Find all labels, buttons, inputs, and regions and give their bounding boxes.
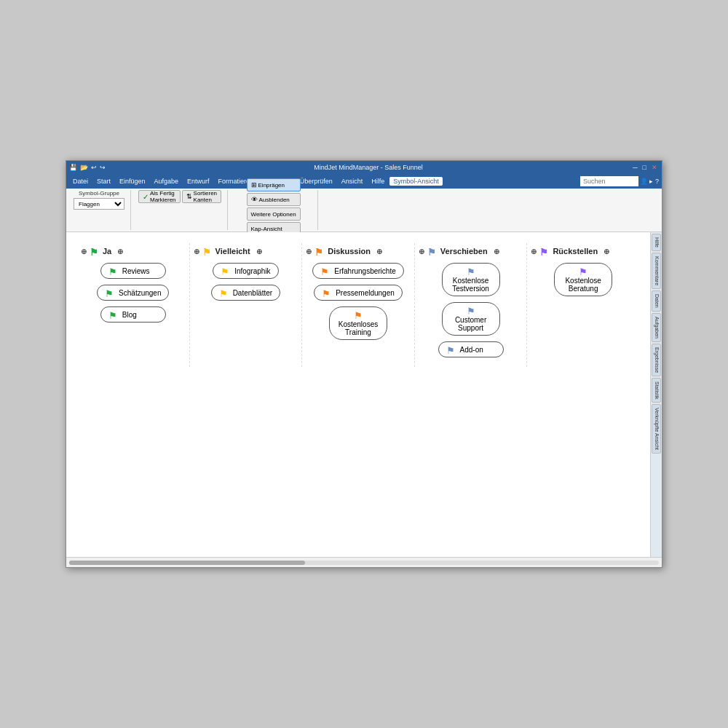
flag-verschieben-icon <box>427 247 438 256</box>
node-pressemeldungen[interactable]: Pressemeldungen <box>314 285 403 301</box>
weitere-label: Weitere Optionen <box>251 211 296 218</box>
quick-redo-icon[interactable]: ↪ <box>100 164 106 171</box>
search-input[interactable] <box>580 176 638 186</box>
column-ruckstellen-header: ⊕ Rückstellen ⊕ <box>531 247 636 256</box>
flag-blog-icon <box>108 310 119 319</box>
sidebar-tab-aufgaben[interactable]: Aufgaben <box>652 313 661 342</box>
node-kostenlose-beratung-label: KostenloseBeratung <box>565 277 601 293</box>
zweig-buttons: ⊞ Einprägen 👁 Ausblenden Weitere Optione… <box>247 178 301 235</box>
ausblenden-button[interactable]: 👁 Ausblenden <box>247 193 301 206</box>
close-button[interactable]: ✕ <box>650 164 659 171</box>
col-ja-plus-right[interactable]: ⊕ <box>117 248 123 256</box>
node-customer-support[interactable]: CustomerSupport <box>442 302 500 336</box>
col-verschieben-plus[interactable]: ⊕ <box>419 248 424 256</box>
column-verschieben-header: ⊕ Verschieben ⊕ <box>419 247 523 256</box>
node-addon-label: Add-on <box>460 346 483 354</box>
sortieren-button[interactable]: ⇅ SortierenKanten <box>182 190 221 203</box>
flag-ruckstellen-icon <box>539 247 550 256</box>
toolbar-row-1: ✓ Als FertigMarkieren ⇅ SortierenKanten <box>138 190 221 203</box>
node-kostenlose-beratung[interactable]: KostenloseBeratung <box>554 263 612 296</box>
symbol-gruppe-label: Symbol-Gruppe <box>79 190 119 197</box>
quick-save-icon[interactable]: 💾 <box>69 164 77 171</box>
flag-infographik-icon <box>221 266 231 275</box>
sidebar-tab-ergebnisse[interactable]: Ergebnisse <box>652 344 661 376</box>
flag-reviews-icon <box>108 266 119 275</box>
ausblenden-icon: 👁 <box>251 196 258 203</box>
column-diskussion-header: ⊕ Diskussion ⊕ <box>306 247 411 256</box>
einpragen-label: Einprägen <box>258 182 285 189</box>
als-fertig-button[interactable]: ✓ Als FertigMarkieren <box>138 190 181 203</box>
column-diskussion: ⊕ Diskussion ⊕ Erfahrungsberichte Presse… <box>302 243 415 367</box>
maximize-button[interactable]: □ <box>641 164 648 171</box>
column-verschieben: ⊕ Verschieben ⊕ KostenloseTestversion Cu… <box>415 243 528 367</box>
weitere-button[interactable]: Weitere Optionen <box>247 207 301 221</box>
menu-symbol-ansicht[interactable]: Symbol-Ansicht <box>389 177 443 186</box>
window-title: MindJet MindManager - Sales Funnel <box>108 164 628 171</box>
sort-icon: ⇅ <box>186 193 192 200</box>
minimize-button[interactable]: ─ <box>631 164 638 171</box>
node-addon[interactable]: Add-on <box>438 341 504 357</box>
node-kostenlose-testversion[interactable]: KostenloseTestversion <box>442 263 500 296</box>
col-ja-plus[interactable]: ⊕ <box>81 248 87 256</box>
node-infographik[interactable]: Infographik <box>213 263 278 279</box>
menu-uberprüfen[interactable]: Überprüfen <box>296 177 336 186</box>
col-ruckstellen-plus[interactable]: ⊕ <box>531 248 537 256</box>
content-area: ⊕ Ja ⊕ Reviews Schätzungen <box>66 232 662 557</box>
quick-access-bar: 💾 📂 ↩ ↪ MindJet MindManager - Sales Funn… <box>66 161 662 174</box>
col-ruckstellen-plus-right[interactable]: ⊕ <box>604 248 609 256</box>
menu-entwurf[interactable]: Entwurf <box>183 177 213 186</box>
user-icon: 👤 ▸ ? <box>640 178 659 185</box>
toolbar-group-actions: ✓ Als FertigMarkieren ⇅ SortierenKanten <box>135 190 228 230</box>
node-reviews-label: Reviews <box>122 267 150 275</box>
col-diskussion-plus[interactable]: ⊕ <box>306 248 312 256</box>
col-vielleicht-plus[interactable]: ⊕ <box>194 248 199 256</box>
action-buttons: ✓ Als FertigMarkieren ⇅ SortierenKanten <box>138 190 221 203</box>
menu-einfugen[interactable]: Einfügen <box>116 177 149 186</box>
toolbar-group-symbol: Symbol-Gruppe Flaggen <box>71 190 131 230</box>
flag-customer-support-icon <box>466 306 476 314</box>
columns-container: ⊕ Ja ⊕ Reviews Schätzungen <box>74 240 643 371</box>
toolbar: Symbol-Gruppe Flaggen ✓ Als FertigMarkie… <box>66 189 662 232</box>
column-vielleicht: ⊕ Vielleicht ⊕ Infographik Datenblätter <box>190 243 303 367</box>
sidebar-tab-kommentare[interactable]: Kommentare <box>652 253 661 289</box>
sidebar-tab-daten[interactable]: Daten <box>652 290 661 312</box>
quick-open-icon[interactable]: 📂 <box>80 164 88 171</box>
node-erfahrungsberichte-label: Erfahrungsberichte <box>334 267 396 275</box>
node-infographik-label: Infographik <box>234 267 270 275</box>
menu-datei[interactable]: Datei <box>69 177 92 186</box>
col-diskussion-plus-right[interactable]: ⊕ <box>376 248 382 256</box>
flag-testversion-icon <box>466 266 476 275</box>
ausblenden-label: Ausblenden <box>259 197 290 203</box>
node-reviews[interactable]: Reviews <box>100 263 166 279</box>
node-datenblatter-label: Datenblätter <box>233 289 272 297</box>
flag-addon-icon <box>446 345 456 354</box>
menu-ansicht[interactable]: Ansicht <box>338 177 367 186</box>
flag-ja-icon <box>90 247 100 256</box>
menu-hilfe[interactable]: Hilfe <box>368 177 388 186</box>
sidebar-tab-hilfe[interactable]: Hilfe <box>652 234 661 251</box>
menu-aufgabe[interactable]: Aufgabe <box>151 177 183 186</box>
sidebar-tab-verknupft[interactable]: Verknüpfte Ansicht <box>652 404 661 454</box>
node-kostenloses-training[interactable]: KostenlosesTraining <box>329 306 387 340</box>
node-erfahrungsberichte[interactable]: Erfahrungsberichte <box>312 263 404 279</box>
node-datenblatler[interactable]: Datenblätter <box>211 285 280 301</box>
node-schatzungen[interactable]: Schätzungen <box>97 285 169 301</box>
einpragen-button[interactable]: ⊞ Einprägen <box>247 178 301 191</box>
check-icon: ✓ <box>143 193 149 201</box>
scrollbar-thumb[interactable] <box>69 561 305 565</box>
col-vielleicht-plus-right[interactable]: ⊕ <box>256 248 262 256</box>
node-schatzungen-label: Schätzungen <box>119 289 161 297</box>
horizontal-scrollbar[interactable] <box>69 561 659 565</box>
column-vielleicht-header: ⊕ Vielleicht ⊕ <box>194 247 298 256</box>
app-window: 💾 📂 ↩ ↪ MindJet MindManager - Sales Funn… <box>66 160 662 568</box>
menu-start[interactable]: Start <box>93 177 114 186</box>
menu-bar: Datei Start Einfügen Aufgabe Entwurf For… <box>66 174 662 189</box>
node-blog[interactable]: Blog <box>100 306 166 323</box>
col-verschieben-plus-right[interactable]: ⊕ <box>494 248 499 256</box>
node-customer-support-label: CustomerSupport <box>455 316 486 332</box>
main-canvas[interactable]: ⊕ Ja ⊕ Reviews Schätzungen <box>66 232 650 557</box>
flaggen-select[interactable]: Flaggen <box>74 198 124 210</box>
quick-undo-icon[interactable]: ↩ <box>91 164 97 171</box>
sidebar-tab-statistik[interactable]: Statistik <box>652 378 661 403</box>
column-ja-header: ⊕ Ja ⊕ <box>81 247 186 256</box>
